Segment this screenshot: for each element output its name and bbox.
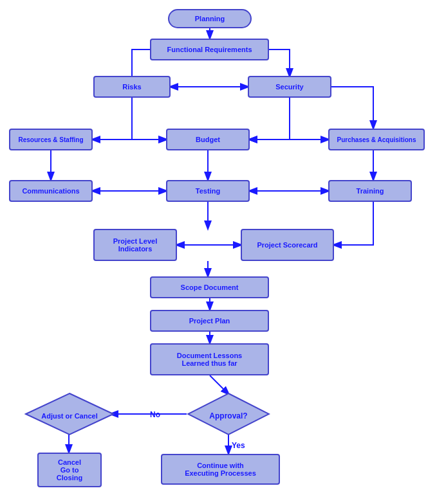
svg-line-14 (210, 375, 228, 394)
no-label: No (150, 410, 160, 419)
scope-document-node: Scope Document (150, 276, 269, 298)
svg-text:Approval?: Approval? (209, 411, 247, 420)
training-node: Training (328, 180, 412, 202)
planning-node: Planning (168, 9, 252, 28)
adjust-cancel-diamond: Adjust or Cancel (24, 392, 115, 436)
project-plan-node: Project Plan (150, 310, 269, 332)
risks-node: Risks (93, 76, 171, 98)
project-scorecard-node: Project Scorecard (241, 229, 334, 261)
security-node: Security (248, 76, 331, 98)
cancel-closing-node: Cancel Go to Closing (37, 453, 102, 487)
communications-node: Communications (9, 180, 93, 202)
resources-node: Resources & Staffing (9, 129, 93, 150)
lessons-learned-node: Document Lessons Learned thus far (150, 343, 269, 375)
svg-text:Adjust or Cancel: Adjust or Cancel (41, 412, 97, 420)
flowchart: Planning Functional Requirements Risks S… (0, 0, 446, 504)
purchases-node: Purchases & Acquisitions (328, 129, 425, 150)
approval-diamond: Approval? (187, 392, 270, 436)
functional-req-node: Functional Requirements (150, 39, 269, 60)
budget-node: Budget (166, 129, 250, 150)
yes-label: Yes (232, 441, 245, 450)
continue-executing-node: Continue with Executing Processes (161, 454, 280, 485)
project-indicators-node: Project Level Indicators (93, 229, 177, 261)
testing-node: Testing (166, 180, 250, 202)
